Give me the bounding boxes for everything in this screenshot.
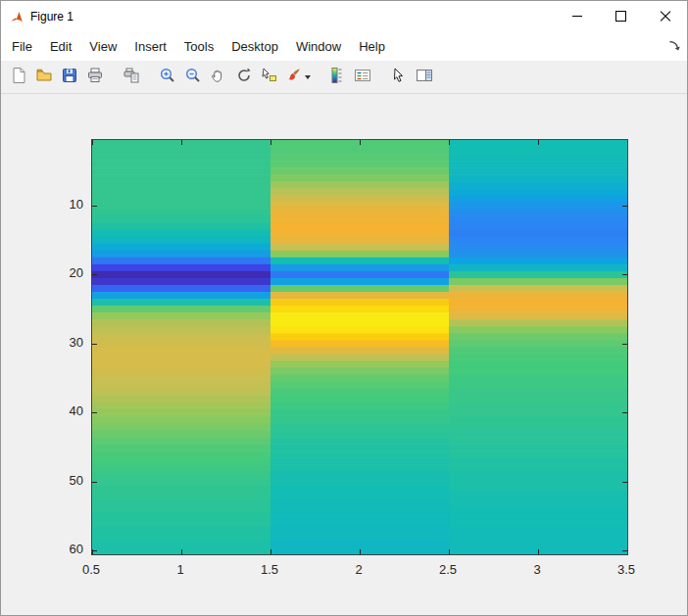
brush-dropdown-caret-icon[interactable]	[305, 75, 311, 79]
maximize-button[interactable]	[599, 1, 643, 31]
show-plot-tools-button[interactable]	[413, 65, 436, 90]
rotate-3d-button[interactable]	[232, 65, 256, 90]
y-tick-label: 60	[44, 542, 83, 557]
brush-button[interactable]	[283, 65, 313, 90]
save-figure-icon	[61, 67, 78, 88]
zoom-out-button[interactable]	[181, 65, 205, 90]
menu-desktop[interactable]: Desktop	[222, 31, 287, 61]
menu-tools[interactable]: Tools	[175, 31, 222, 61]
data-cursor-icon	[261, 67, 278, 88]
x-tick-label: 1.5	[250, 562, 289, 578]
menu-insert[interactable]: Insert	[125, 31, 175, 61]
edit-plot-button[interactable]	[387, 65, 411, 90]
print-preview-icon	[123, 67, 140, 88]
close-icon	[660, 11, 671, 23]
new-figure-button[interactable]	[7, 65, 30, 90]
matlab-figure-icon	[9, 9, 25, 24]
brush-icon	[285, 67, 303, 88]
zoom-out-icon	[184, 67, 202, 88]
pan-button[interactable]	[207, 65, 230, 90]
close-button[interactable]	[643, 1, 687, 31]
menu-view[interactable]: View	[80, 31, 125, 61]
insert-legend-icon	[354, 67, 371, 88]
x-tick-label: 3.5	[607, 562, 646, 578]
figure-window: Figure 1 FileEditViewInsertToolsDesktopW…	[0, 0, 688, 616]
new-figure-icon	[10, 67, 27, 88]
save-figure-button[interactable]	[58, 65, 81, 90]
x-tick-label: 2	[339, 562, 378, 578]
print-figure-icon	[86, 67, 104, 88]
insert-colorbar-icon	[328, 67, 346, 88]
insert-legend-button[interactable]	[351, 65, 374, 90]
window-controls	[555, 1, 687, 31]
x-tick-label: 2.5	[428, 562, 467, 578]
menu-help[interactable]: Help	[350, 31, 394, 61]
menubar: FileEditViewInsertToolsDesktopWindowHelp	[1, 31, 687, 61]
minimize-button[interactable]	[555, 1, 599, 31]
x-tick-label: 1	[161, 562, 200, 578]
show-plot-tools-icon	[416, 67, 433, 88]
y-tick-label: 10	[44, 197, 83, 213]
open-file-icon	[35, 67, 53, 88]
menu-file[interactable]: File	[3, 31, 41, 61]
menu-window[interactable]: Window	[287, 31, 350, 61]
heatmap-canvas	[91, 139, 628, 555]
figure-area: 0.511.522.533.5 102030405060	[1, 94, 687, 615]
rotate-3d-icon	[235, 67, 253, 88]
zoom-in-icon	[159, 67, 176, 88]
x-tick-label: 3	[517, 562, 557, 578]
y-tick-label: 50	[44, 473, 83, 489]
print-figure-button[interactable]	[83, 65, 107, 90]
y-tick-label: 30	[44, 335, 83, 351]
dock-figure-icon	[667, 39, 681, 53]
y-tick-label: 20	[44, 265, 83, 281]
window-title: Figure 1	[30, 10, 555, 24]
data-cursor-button[interactable]	[258, 65, 281, 90]
zoom-in-button[interactable]	[156, 65, 179, 90]
x-tick-label: 0.5	[72, 562, 111, 578]
toolbar	[1, 61, 687, 94]
titlebar: Figure 1	[1, 1, 687, 31]
y-tick-label: 40	[44, 403, 83, 419]
open-file-button[interactable]	[32, 65, 56, 90]
maximize-icon	[615, 11, 626, 22]
insert-colorbar-button[interactable]	[325, 65, 349, 90]
print-preview-button[interactable]	[120, 65, 143, 90]
minimize-icon	[572, 16, 582, 17]
edit-plot-icon	[390, 67, 408, 88]
pan-icon	[210, 67, 227, 88]
dock-figure-button[interactable]	[667, 39, 681, 53]
menu-edit[interactable]: Edit	[41, 31, 80, 61]
